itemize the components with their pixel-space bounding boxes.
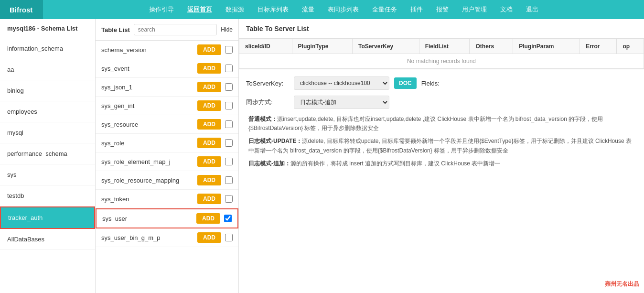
checkbox-sys_gen_int[interactable] bbox=[225, 102, 233, 109]
add-button-sys_role_resource_mapping[interactable]: ADD bbox=[197, 175, 221, 185]
nav-link-报警[interactable]: 报警 bbox=[429, 0, 455, 19]
description-item: 日志模式-追加：源的所有操作，将转成 insert 追加的方式写到目标库，建议 … bbox=[248, 159, 634, 168]
nav-link-返回首页[interactable]: 返回首页 bbox=[181, 0, 219, 19]
sidebar-item-mysql[interactable]: mysql bbox=[0, 122, 95, 143]
checkbox-sys_role_element_map_j[interactable] bbox=[225, 158, 233, 165]
data-table: sliceId/IDPluginTypeToServerKeyFieldList… bbox=[239, 39, 644, 69]
add-button-sys_gen_int[interactable]: ADD bbox=[197, 100, 221, 111]
add-button-sys_resource[interactable]: ADD bbox=[197, 119, 221, 130]
add-button-schema_version[interactable]: ADD bbox=[197, 44, 221, 55]
col-header-PluginParam: PluginParam bbox=[513, 39, 580, 54]
table-name-sys_role: sys_role bbox=[101, 140, 193, 147]
table-row-sys_json_1: sys_json_1ADD bbox=[96, 78, 238, 97]
table-name-sys_user_bin_g_m_p: sys_user_bin_g_m_p bbox=[101, 234, 193, 241]
col-header-FieldList: FieldList bbox=[419, 39, 470, 54]
add-button-sys_json_1[interactable]: ADD bbox=[197, 82, 221, 92]
sidebar-item-performance_schema[interactable]: performance_schema bbox=[0, 143, 95, 164]
nav-link-插件[interactable]: 插件 bbox=[404, 0, 429, 19]
checkbox-sys_json_1[interactable] bbox=[225, 83, 233, 91]
sidebar-item-aa[interactable]: aa bbox=[0, 59, 95, 80]
description-item: 普通模式：源insert,update,delete, 目标库也对应insert… bbox=[248, 115, 634, 133]
table-row-schema_version: schema_versionADD bbox=[96, 41, 238, 59]
nav-link-全量任务[interactable]: 全量任务 bbox=[365, 0, 404, 19]
table-name-sys_gen_int: sys_gen_int bbox=[101, 102, 193, 109]
search-input[interactable] bbox=[134, 24, 217, 35]
table-list-title: Table List bbox=[101, 26, 130, 33]
checkbox-schema_version[interactable] bbox=[225, 46, 233, 54]
no-data-row: No matching records found bbox=[239, 54, 644, 69]
table-row-sys_user: sys_userADD bbox=[96, 208, 238, 228]
checkbox-sys_user[interactable] bbox=[224, 215, 232, 222]
col-header-op: op bbox=[617, 39, 644, 54]
no-data-cell: No matching records found bbox=[239, 54, 644, 69]
data-table-container: sliceId/IDPluginTypeToServerKeyFieldList… bbox=[239, 39, 644, 69]
add-button-sys_event[interactable]: ADD bbox=[197, 63, 221, 74]
add-button-sys_user_bin_g_m_p[interactable]: ADD bbox=[197, 232, 221, 243]
checkbox-sys_user_bin_g_m_p[interactable] bbox=[225, 234, 233, 241]
sync-mode-select[interactable]: 普通模式日志模式-追加日志模式-UPDATE bbox=[294, 96, 389, 109]
nav-link-数据源[interactable]: 数据源 bbox=[219, 0, 251, 19]
checkbox-sys_token[interactable] bbox=[225, 195, 233, 203]
add-button-sys_token[interactable]: ADD bbox=[197, 194, 221, 204]
col-header-Error: Error bbox=[580, 39, 617, 54]
col-header-Others: Others bbox=[470, 39, 513, 54]
sidebar: mysql186 - Schema List information_schem… bbox=[0, 19, 96, 293]
doc-button[interactable]: DOC bbox=[394, 77, 417, 89]
add-button-sys_role_element_map_j[interactable]: ADD bbox=[197, 156, 221, 167]
table-header-row: sliceId/IDPluginTypeToServerKeyFieldList… bbox=[239, 39, 644, 54]
table-row-sys_role: sys_roleADD bbox=[96, 134, 238, 152]
nav-link-用户管理[interactable]: 用户管理 bbox=[455, 0, 494, 19]
right-panel: Table To Server List sliceId/IDPluginTyp… bbox=[239, 19, 644, 293]
table-name-sys_resource: sys_resource bbox=[101, 121, 193, 128]
sidebar-item-binlog[interactable]: binlog bbox=[0, 80, 95, 101]
main-layout: mysql186 - Schema List information_schem… bbox=[0, 19, 644, 293]
nav-link-退出[interactable]: 退出 bbox=[519, 0, 545, 19]
hide-button[interactable]: Hide bbox=[221, 26, 233, 33]
nav-link-目标库列表[interactable]: 目标库列表 bbox=[251, 0, 295, 19]
table-name-sys_role_resource_mapping: sys_role_resource_mapping bbox=[101, 177, 193, 184]
nav-link-操作引导[interactable]: 操作引导 bbox=[142, 0, 181, 19]
sidebar-item-tracker_auth[interactable]: tracker_auth bbox=[0, 206, 95, 229]
table-name-sys_event: sys_event bbox=[101, 65, 193, 72]
to-server-key-select[interactable]: clickhouse -- clickhouse100 bbox=[294, 76, 389, 90]
config-area: ToServerKey: clickhouse -- clickhouse100… bbox=[239, 69, 644, 293]
col-header-sliceId/ID: sliceId/ID bbox=[239, 39, 292, 54]
to-server-key-label: ToServerKey: bbox=[246, 80, 289, 87]
add-button-sys_user[interactable]: ADD bbox=[196, 213, 220, 224]
middle-header: Table List Hide bbox=[96, 19, 238, 41]
sync-mode-label: 同步方式: bbox=[246, 98, 289, 107]
col-header-PluginType: PluginType bbox=[292, 39, 352, 54]
sidebar-item-testdb[interactable]: testdb bbox=[0, 185, 95, 206]
top-nav: Bifrost 操作引导返回首页数据源目标库列表流量表同步列表全量任务插件报警用… bbox=[0, 0, 644, 19]
sidebar-item-employees[interactable]: employees bbox=[0, 101, 95, 122]
table-row-sys_role_resource_mapping: sys_role_resource_mappingADD bbox=[96, 171, 238, 190]
sidebar-item-sys[interactable]: sys bbox=[0, 164, 95, 185]
nav-link-表同步列表[interactable]: 表同步列表 bbox=[321, 0, 365, 19]
checkbox-sys_event[interactable] bbox=[225, 65, 233, 72]
table-name-schema_version: schema_version bbox=[101, 46, 193, 54]
table-row-sys_gen_int: sys_gen_intADD bbox=[96, 97, 238, 115]
sync-mode-row: 同步方式: 普通模式日志模式-追加日志模式-UPDATE bbox=[246, 96, 637, 109]
checkbox-sys_resource[interactable] bbox=[225, 120, 233, 128]
add-button-sys_role[interactable]: ADD bbox=[197, 138, 221, 148]
nav-link-流量[interactable]: 流量 bbox=[295, 0, 321, 19]
table-row-sys_role_element_map_j: sys_role_element_map_jADD bbox=[96, 152, 238, 171]
checkbox-sys_role_resource_mapping[interactable] bbox=[225, 176, 233, 184]
table-name-sys_json_1: sys_json_1 bbox=[101, 84, 193, 91]
sidebar-item-AllDataBases[interactable]: AllDataBases bbox=[0, 229, 95, 250]
table-body: No matching records found bbox=[239, 54, 644, 69]
middle-panel: Table List Hide schema_versionADDsys_eve… bbox=[96, 19, 239, 293]
right-panel-title: Table To Server List bbox=[239, 19, 644, 39]
col-header-ToServerKey: ToServerKey bbox=[352, 39, 419, 54]
table-row-sys_user_bin_g_m_p: sys_user_bin_g_m_pADD bbox=[96, 228, 238, 247]
to-server-key-row: ToServerKey: clickhouse -- clickhouse100… bbox=[246, 76, 637, 90]
nav-links: 操作引导返回首页数据源目标库列表流量表同步列表全量任务插件报警用户管理文档退出 bbox=[43, 0, 644, 19]
table-list: schema_versionADDsys_eventADDsys_json_1A… bbox=[96, 41, 238, 293]
config-description: 普通模式：源insert,update,delete, 目标库也对应insert… bbox=[246, 115, 637, 168]
brand-logo: Bifrost bbox=[0, 0, 43, 19]
sidebar-item-information_schema[interactable]: information_schema bbox=[0, 38, 95, 59]
table-name-sys_role_element_map_j: sys_role_element_map_j bbox=[101, 158, 193, 165]
table-row-sys_resource: sys_resourceADD bbox=[96, 115, 238, 134]
nav-link-文档[interactable]: 文档 bbox=[494, 0, 519, 19]
checkbox-sys_role[interactable] bbox=[225, 139, 233, 147]
